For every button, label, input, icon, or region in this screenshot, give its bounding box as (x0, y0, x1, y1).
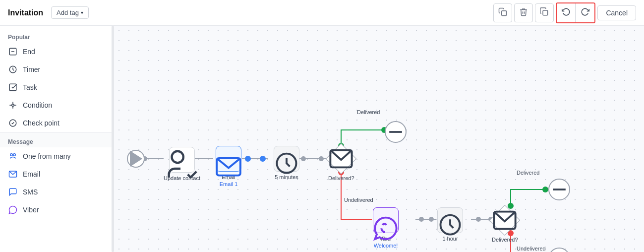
add-tag-button[interactable]: Add tag ▾ (51, 6, 89, 19)
undo-button[interactable] (557, 3, 576, 22)
canvas[interactable]: Update contact Email Email 1 5 minutes D… (114, 26, 644, 252)
sms-label: SMS (23, 188, 38, 196)
timer2-label: 1 hour (442, 235, 458, 242)
svg-point-29 (419, 217, 424, 222)
svg-rect-40 (217, 158, 240, 176)
end-label: End (23, 48, 35, 56)
sidebar-item-timer[interactable]: Timer (0, 61, 114, 78)
email1-label: Email Email 1 (220, 174, 238, 188)
timer2-node[interactable]: 1 hour (437, 207, 463, 242)
svg-point-35 (542, 187, 548, 192)
delete-icon (519, 7, 528, 18)
email-label: Email (23, 170, 40, 178)
email1-node[interactable]: Email Email 1 (216, 146, 241, 188)
svg-point-39 (172, 151, 183, 163)
svg-point-20 (245, 156, 251, 162)
end-icon (8, 47, 18, 57)
timer-icon (8, 64, 18, 74)
duplicate-button[interactable] (535, 3, 554, 22)
viber1-label: Viber Welcome! (374, 235, 398, 250)
svg-point-30 (429, 217, 434, 222)
header: Invitation Add tag ▾ (0, 0, 644, 26)
endcap3-node[interactable] (548, 248, 570, 252)
timer1-label: 5 minutes (275, 174, 298, 181)
sidebar-item-task[interactable]: Task (0, 78, 114, 96)
svg-rect-42 (331, 150, 352, 168)
sidebar-item-email[interactable]: Email (0, 165, 114, 183)
start-node-shape (127, 150, 145, 168)
delivered-label-2: Delivered (517, 170, 539, 176)
svg-rect-45 (494, 212, 516, 229)
update-contact-node[interactable]: Update contact (164, 147, 200, 182)
endcap1-node[interactable] (385, 121, 407, 143)
viber-label: Viber (23, 206, 39, 214)
timer2-shape (437, 207, 463, 233)
delete-button[interactable] (514, 3, 533, 22)
condition-label: Condition (23, 101, 52, 109)
svg-point-6 (12, 104, 14, 107)
copy-icon (498, 7, 507, 18)
viber-icon (8, 205, 18, 215)
main-area: Popular End Timer Task Condition (0, 26, 644, 252)
diamond1-node[interactable]: Delivered? (328, 146, 354, 182)
undelivered-label-1: Undelivered (344, 197, 373, 203)
sidebar-item-onefrommany[interactable]: One from many (0, 147, 114, 165)
onefrommany-label: One from many (23, 152, 70, 160)
email-icon (8, 169, 18, 179)
undo-icon (562, 7, 571, 18)
page-title: Invitation (8, 8, 43, 17)
diamond2-node[interactable]: Delivered? (492, 207, 518, 243)
timer-label: Timer (23, 65, 40, 73)
svg-point-24 (319, 156, 324, 161)
undo-redo-group (556, 2, 595, 23)
sidebar-item-end[interactable]: End (0, 43, 114, 61)
svg-rect-0 (502, 10, 507, 15)
svg-point-13 (13, 154, 16, 156)
svg-point-32 (476, 217, 481, 222)
chevron-down-icon: ▾ (81, 10, 83, 15)
svg-point-21 (260, 156, 266, 162)
task-label: Task (23, 83, 37, 91)
svg-point-41 (277, 154, 296, 173)
sidebar-item-condition[interactable]: Condition (0, 96, 114, 114)
svg-marker-38 (131, 152, 141, 166)
sidebar-item-viber[interactable]: Viber (0, 201, 114, 219)
redo-icon (581, 7, 589, 18)
endcap2-shape (548, 179, 570, 200)
header-actions: Cancel (493, 2, 636, 23)
task-icon (8, 82, 18, 92)
svg-point-44 (441, 215, 460, 235)
checkpoint-label: Check point (23, 119, 59, 127)
endcap2-node[interactable] (548, 179, 570, 200)
undelivered-label-2: Undelivered (517, 246, 546, 252)
svg-point-12 (10, 154, 13, 156)
start-node[interactable] (127, 150, 145, 168)
timer1-node[interactable]: 5 minutes (274, 146, 299, 181)
condition-icon (8, 100, 18, 110)
update-contact-shape (169, 147, 195, 173)
copy-button[interactable] (493, 3, 512, 22)
endcap3-shape (548, 248, 570, 252)
email1-shape (216, 146, 241, 172)
sidebar-item-sms[interactable]: SMS (0, 183, 114, 201)
timer1-shape (274, 146, 299, 172)
svg-rect-5 (9, 84, 16, 91)
svg-rect-1 (543, 10, 548, 15)
sidebar-item-checkpoint[interactable]: Check point (0, 114, 114, 132)
viber1-node[interactable]: Viber Welcome! (373, 207, 399, 250)
delivered-label-1: Delivered (357, 109, 380, 115)
cancel-button[interactable]: Cancel (597, 5, 636, 20)
onefrommany-icon (8, 151, 18, 161)
sidebar: Popular End Timer Task Condition (0, 26, 114, 252)
checkpoint-icon (8, 118, 18, 128)
viber1-shape (373, 207, 399, 233)
endcap1-shape (385, 121, 407, 143)
sms-icon (8, 187, 18, 197)
sidebar-scrollbar[interactable] (112, 26, 114, 252)
redo-button[interactable] (576, 3, 594, 22)
message-section-title: Message (0, 132, 114, 147)
svg-point-23 (301, 156, 306, 161)
update-contact-label: Update contact (164, 175, 200, 182)
diamond2-label: Delivered? (492, 236, 518, 243)
add-tag-label: Add tag (57, 9, 79, 16)
